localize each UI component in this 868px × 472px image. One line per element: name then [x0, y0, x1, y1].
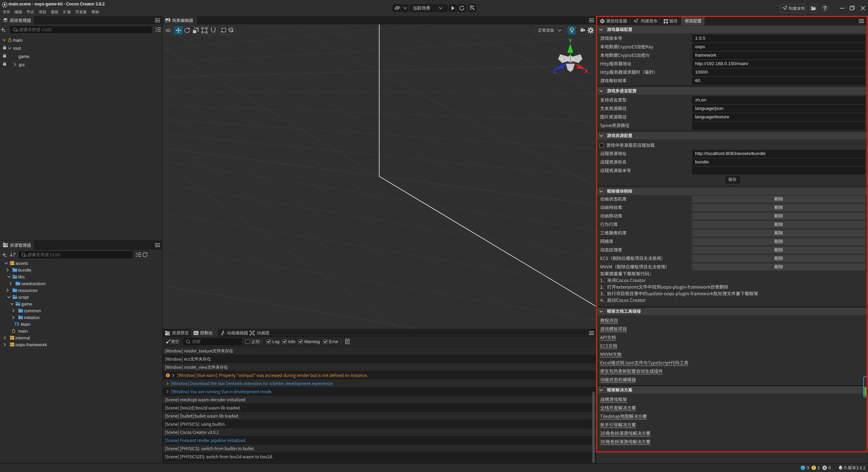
svg-text:Z: Z — [553, 68, 556, 74]
svg-text:Y: Y — [569, 38, 572, 43]
svg-text:X: X — [585, 68, 588, 74]
